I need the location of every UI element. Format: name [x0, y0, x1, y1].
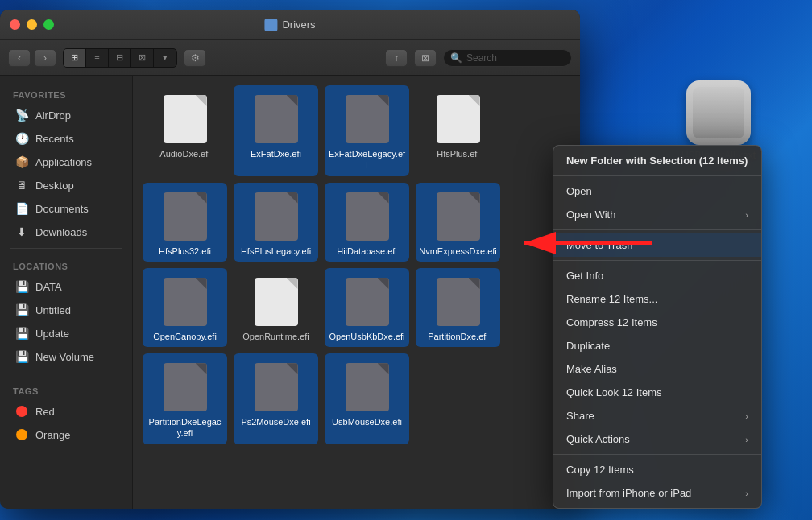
sidebar-item-untitled[interactable]: 💾 Untitled — [5, 299, 127, 321]
finder-window: Drivers ‹ › ⊞ ≡ ⊟ ⊠ ▾ ⚙ ↑ ⊠ 🔍 Search Fav… — [0, 10, 580, 509]
file-item[interactable]: AudioDxe.efi — [143, 85, 227, 176]
documents-icon: 📄 — [14, 201, 29, 216]
search-placeholder: Search — [466, 52, 497, 64]
file-name: HfsPlus.efi — [437, 148, 479, 159]
menu-item-open-with[interactable]: Open With › — [553, 203, 761, 226]
downloads-icon: ⬇ — [14, 225, 29, 239]
folder-icon — [264, 19, 277, 31]
close-button[interactable] — [10, 19, 20, 30]
toolbar: ‹ › ⊞ ≡ ⊟ ⊠ ▾ ⚙ ↑ ⊠ 🔍 Search — [0, 40, 580, 76]
menu-item-new-folder[interactable]: New Folder with Selection (12 Items) — [553, 149, 761, 172]
file-item[interactable]: HfsPlusLegacy.efi — [234, 183, 318, 262]
file-name: Ps2MouseDxe.efi — [241, 416, 310, 427]
file-item[interactable]: Ps2MouseDxe.efi — [234, 353, 318, 444]
menu-item-get-info[interactable]: Get Info — [553, 264, 761, 287]
back-button[interactable]: ‹ — [8, 49, 31, 67]
file-item[interactable]: ExFatDxeLegacy.efi — [325, 85, 409, 176]
applications-icon: 📦 — [14, 155, 29, 169]
menu-item-quick-actions[interactable]: Quick Actions › — [553, 427, 761, 451]
file-name: NvmExpressDxe.efi — [419, 246, 497, 257]
sidebar-item-label: Desktop — [35, 180, 74, 192]
file-icon — [342, 189, 393, 241]
menu-item-copy[interactable]: Copy 12 Items — [553, 458, 761, 481]
menu-separator-2 — [553, 229, 761, 230]
sidebar-item-downloads[interactable]: ⬇ Downloads — [5, 221, 127, 243]
sidebar-item-tag-red[interactable]: Red — [5, 400, 127, 423]
favorites-header: Favorites — [0, 82, 132, 103]
kext-icon-svg — [698, 93, 739, 133]
menu-item-rename[interactable]: Rename 12 Items... — [553, 287, 761, 311]
file-name: AudioDxe.efi — [160, 148, 209, 159]
menu-item-import[interactable]: Import from iPhone or iPad › — [553, 481, 761, 505]
action-button[interactable]: ⚙ — [184, 49, 206, 67]
file-icon — [251, 360, 302, 411]
file-item[interactable]: UsbMouseDxe.efi — [325, 353, 409, 444]
file-item[interactable]: HfsPlus32.efi — [143, 183, 227, 262]
context-menu: New Folder with Selection (12 Items) Ope… — [553, 145, 762, 509]
sidebar-item-label: Downloads — [35, 226, 87, 238]
svg-point-0 — [702, 94, 735, 123]
sidebar-item-new-volume[interactable]: 💾 New Volume — [5, 345, 127, 368]
file-name: UsbMouseDxe.efi — [332, 416, 402, 427]
quick-actions-arrow: › — [745, 435, 748, 444]
sidebar-item-airdrop[interactable]: 📡 AirDrop — [5, 104, 127, 126]
file-item[interactable]: PartitionDxeLegacy.efi — [143, 353, 227, 444]
menu-item-move-to-trash[interactable]: Move to Trash — [553, 233, 761, 257]
menu-item-make-alias[interactable]: Make Alias — [553, 357, 761, 381]
sidebar-item-recents[interactable]: 🕐 Recents — [5, 127, 127, 150]
title-bar: Drivers — [0, 10, 580, 40]
view-options-button[interactable]: ▾ — [154, 49, 176, 67]
tags-header: Tags — [0, 378, 132, 399]
menu-item-quick-look[interactable]: Quick Look 12 Items — [553, 381, 761, 404]
sidebar-item-applications[interactable]: 📦 Applications — [5, 151, 127, 173]
sidebar-item-data[interactable]: 💾 DATA — [5, 275, 127, 298]
file-name: OpenRuntime.efi — [242, 331, 309, 342]
file-icon — [342, 274, 393, 326]
sidebar-item-label: Recents — [35, 133, 74, 145]
file-grid: AudioDxe.efiExFatDxe.efiExFatDxeLegacy.e… — [133, 76, 580, 509]
tag-red-icon — [14, 404, 29, 419]
sidebar-item-documents[interactable]: 📄 Documents — [5, 197, 127, 220]
sidebar-divider-1 — [10, 248, 122, 249]
list-view-button[interactable]: ≡ — [86, 49, 109, 67]
search-icon: 🔍 — [450, 52, 462, 64]
forward-button[interactable]: › — [34, 49, 56, 67]
gallery-view-button[interactable]: ⊠ — [131, 49, 154, 67]
sidebar: Favorites 📡 AirDrop 🕐 Recents 📦 Applicat… — [0, 76, 133, 509]
menu-separator-3 — [553, 260, 761, 261]
share-button[interactable]: ↑ — [385, 49, 408, 67]
file-item[interactable]: OpenCanopy.efi — [143, 268, 227, 347]
icon-view-button[interactable]: ⊞ — [64, 49, 86, 67]
import-arrow: › — [745, 489, 748, 498]
minimize-button[interactable] — [27, 19, 37, 30]
airdrop-icon: 📡 — [14, 108, 29, 122]
data-drive-icon: 💾 — [14, 279, 29, 294]
file-icon — [160, 274, 211, 326]
file-icon — [342, 92, 393, 143]
file-item[interactable]: OpenRuntime.efi — [234, 268, 318, 347]
tags-button[interactable]: ⊠ — [414, 49, 437, 67]
window-title: Drivers — [264, 19, 315, 31]
file-icon — [433, 189, 484, 241]
sidebar-item-desktop[interactable]: 🖥 Desktop — [5, 174, 127, 196]
nav-buttons: ‹ › — [8, 49, 56, 67]
file-icon — [160, 360, 211, 411]
menu-item-duplicate[interactable]: Duplicate — [553, 334, 761, 357]
menu-item-share[interactable]: Share › — [553, 404, 761, 427]
sidebar-item-update[interactable]: 💾 Update — [5, 322, 127, 345]
file-item[interactable]: ExFatDxe.efi — [234, 85, 318, 176]
menu-item-open[interactable]: Open — [553, 180, 761, 203]
file-item[interactable]: HfsPlus.efi — [416, 85, 500, 176]
file-item[interactable]: NvmExpressDxe.efi — [416, 183, 500, 262]
sidebar-item-tag-orange[interactable]: Orange — [5, 423, 127, 446]
file-name: OpenCanopy.efi — [153, 331, 217, 342]
column-view-button[interactable]: ⊟ — [109, 49, 131, 67]
tag-orange-icon — [14, 427, 29, 442]
search-box[interactable]: 🔍 Search — [443, 49, 572, 67]
menu-item-compress[interactable]: Compress 12 Items — [553, 311, 761, 334]
file-item[interactable]: PartitionDxe.efi — [416, 268, 500, 347]
file-item[interactable]: OpenUsbKbDxe.efi — [325, 268, 409, 347]
file-item[interactable]: HiiDatabase.efi — [325, 183, 409, 262]
file-name: HiiDatabase.efi — [337, 246, 397, 257]
maximize-button[interactable] — [44, 19, 54, 30]
